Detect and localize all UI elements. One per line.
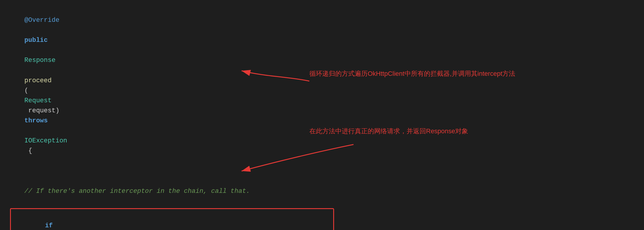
kw-if: if bbox=[45, 222, 53, 229]
comment-interceptor-chain: // If there's another interceptor in the… bbox=[24, 188, 250, 195]
type-ioexception: IOException bbox=[24, 137, 67, 144]
annotation-override: @Override bbox=[24, 17, 60, 24]
kw-throws: throws bbox=[24, 117, 48, 124]
red-box-top: if ( index < client . interceptors (). s… bbox=[10, 208, 334, 230]
method-proceed: proceed bbox=[24, 77, 52, 84]
line-1: @Override public Response proceed ( Requ… bbox=[9, 5, 635, 166]
code-container: @Override public Response proceed ( Requ… bbox=[0, 0, 644, 230]
type-response: Response bbox=[24, 57, 56, 64]
type-request: Request bbox=[24, 97, 52, 104]
annotation-2: 在此方法中进行真正的网络请求，并返回Response对象 bbox=[309, 127, 468, 136]
kw-public: public bbox=[24, 37, 48, 44]
annotation-1: 循环递归的方式遍历OkHttpClient中所有的拦截器,并调用其interce… bbox=[309, 69, 515, 78]
red-box-top-wrapper: if ( index < client . interceptors (). s… bbox=[10, 208, 635, 230]
line-2-comment: // If there's another interceptor in the… bbox=[9, 166, 635, 206]
line-3-if: if ( index < client . interceptors (). s… bbox=[14, 211, 330, 230]
